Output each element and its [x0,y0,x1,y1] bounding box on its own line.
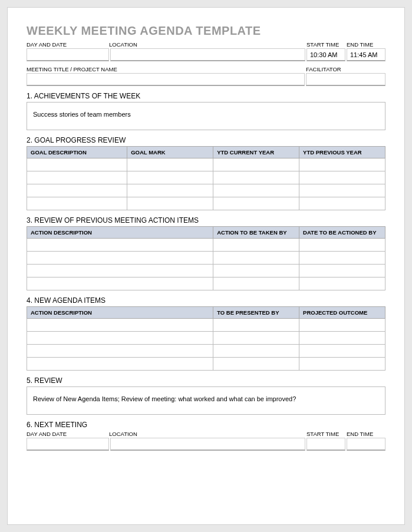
section-5-heading: 5. REVIEW [27,376,385,385]
cell[interactable] [213,252,299,265]
label-start-time: START TIME [306,41,347,48]
cell[interactable] [213,184,299,197]
section-5-body[interactable]: Review of New Agenda Items; Review of me… [27,386,385,415]
input-end-time[interactable]: 11:45 AM [347,48,385,61]
header-labels-row-2: MEETING TITLE / PROJECT NAME FACILITATOR [27,66,385,72]
header-labels-row-1: DAY AND DATE LOCATION START TIME END TIM… [27,41,385,48]
input-location[interactable] [110,48,305,61]
cell[interactable] [27,197,127,210]
input-next-day-date[interactable] [27,438,109,451]
input-next-start-time[interactable] [306,438,345,451]
section-2-heading: 2. GOAL PROGRESS REVIEW [27,136,385,144]
table-row [27,197,385,210]
cell[interactable] [27,358,213,371]
cell[interactable] [27,265,213,277]
cell[interactable] [299,358,385,371]
th-goal-mark: GOAL MARK [127,147,213,158]
cell[interactable] [299,319,385,332]
section-6-heading: 6. NEXT MEETING [27,421,385,429]
th-presented-by: TO BE PRESENTED BY [213,307,299,319]
cell[interactable] [213,319,299,332]
label-next-end-time: END TIME [347,431,385,437]
cell[interactable] [27,252,213,265]
cell[interactable] [27,332,213,345]
label-facilitator: FACILITATOR [306,66,385,72]
cell[interactable] [27,184,127,197]
cell[interactable] [213,265,299,277]
cell[interactable] [299,197,385,210]
cell[interactable] [299,184,385,197]
cell[interactable] [299,277,385,290]
page-title: WEEKLY MEETING AGENDA TEMPLATE [27,24,385,38]
th-ytd-previous: YTD PREVIOUS YEAR [299,147,385,158]
input-next-end-time[interactable] [347,438,385,451]
th-date-actioned-by: DATE TO BE ACTIONED BY [299,227,385,239]
label-day-date: DAY AND DATE [27,41,109,48]
table-row [27,184,385,197]
input-facilitator[interactable] [306,73,385,86]
cell[interactable] [27,345,213,358]
section-1-body[interactable]: Success stories of team members [27,102,385,130]
cell[interactable] [127,197,213,210]
cell[interactable] [213,158,299,171]
input-next-location[interactable] [110,438,305,451]
th-projected-outcome: PROJECTED OUTCOME [299,307,385,319]
table-row [27,358,385,371]
input-start-time[interactable]: 10:30 AM [306,48,345,61]
cell[interactable] [299,171,385,184]
next-meeting-inputs [27,438,385,451]
label-next-start-time: START TIME [306,431,347,437]
section-1-heading: 1. ACHIEVEMENTS OF THE WEEK [27,92,385,100]
table-row [27,277,385,290]
table-row [27,252,385,265]
table-row [27,319,385,332]
page: WEEKLY MEETING AGENDA TEMPLATE DAY AND D… [7,7,405,525]
cell[interactable] [213,239,299,252]
th-new-action-description: ACTION DESCRIPTION [27,307,213,319]
th-goal-description: GOAL DESCRIPTION [27,147,127,158]
goal-progress-table: GOAL DESCRIPTION GOAL MARK YTD CURRENT Y… [27,146,385,210]
section-3-heading: 3. REVIEW OF PREVIOUS MEETING ACTION ITE… [27,216,385,224]
cell[interactable] [213,197,299,210]
cell[interactable] [127,184,213,197]
previous-actions-table: ACTION DESCRIPTION ACTION TO BE TAKEN BY… [27,226,385,290]
section-4-heading: 4. NEW AGENDA ITEMS [27,296,385,305]
next-meeting-labels: DAY AND DATE LOCATION START TIME END TIM… [27,431,385,437]
cell[interactable] [299,158,385,171]
label-meeting-title: MEETING TITLE / PROJECT NAME [27,66,306,72]
cell[interactable] [213,345,299,358]
new-agenda-table: ACTION DESCRIPTION TO BE PRESENTED BY PR… [27,306,385,371]
th-action-taken-by: ACTION TO BE TAKEN BY [213,227,299,239]
cell[interactable] [27,319,213,332]
cell[interactable] [213,358,299,371]
input-day-date[interactable] [27,48,109,61]
header-inputs-row-1: 10:30 AM 11:45 AM [27,48,385,61]
table-row [27,332,385,345]
table-row [27,239,385,252]
th-action-description: ACTION DESCRIPTION [27,227,213,239]
label-next-day-date: DAY AND DATE [27,431,109,437]
cell[interactable] [27,277,213,290]
cell[interactable] [299,239,385,252]
label-next-location: LOCATION [109,431,306,437]
cell[interactable] [213,171,299,184]
cell[interactable] [299,345,385,358]
table-row [27,158,385,171]
input-meeting-title[interactable] [27,73,305,86]
cell[interactable] [27,158,127,171]
cell[interactable] [27,171,127,184]
th-ytd-current: YTD CURRENT YEAR [213,147,299,158]
label-location: LOCATION [109,41,306,48]
cell[interactable] [299,265,385,277]
cell[interactable] [299,252,385,265]
cell[interactable] [213,277,299,290]
cell[interactable] [27,239,213,252]
label-end-time: END TIME [347,41,385,48]
cell[interactable] [213,332,299,345]
table-row [27,265,385,277]
header-inputs-row-2 [27,73,385,86]
cell[interactable] [299,332,385,345]
table-row [27,345,385,358]
cell[interactable] [127,158,213,171]
cell[interactable] [127,171,213,184]
